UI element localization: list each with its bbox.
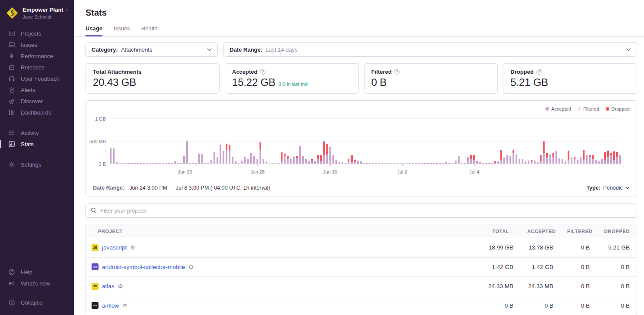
legend-item-dropped[interactable]: Dropped [606,106,630,112]
chart-bar-accepted [119,163,121,164]
chart-bar-accepted [223,151,224,164]
chart-bar-accepted [338,162,340,164]
chart-bar-accepted [409,163,411,164]
chart-bar-dropped [320,155,322,161]
chart-bar [326,144,328,164]
chart-bar [461,163,463,164]
chart-bar [241,161,243,164]
chart-xtick-mark [330,164,331,166]
chart-bar [568,151,569,164]
sidebar-item-what-s-new[interactable]: What's new [0,278,74,289]
chart-bar [308,161,310,164]
sidebar-item-help[interactable]: Help [0,266,74,278]
legend-item-filtered[interactable]: Filtered [578,106,599,112]
total-cell: 0 B [473,302,520,309]
sidebar-item-projects[interactable]: Projects [0,28,74,39]
tab-health[interactable]: Health [141,25,158,36]
chart-bar [559,158,560,164]
chart-type-select[interactable]: Type: Periodic [586,185,630,191]
chart-bar-accepted [427,163,429,164]
search-input[interactable] [100,207,632,214]
chart-bar [113,148,115,164]
daterange-select[interactable]: Date Range: Last 14 days [223,42,637,57]
sidebar-item-activity[interactable]: Activity [0,127,74,138]
sidebar-item-performance[interactable]: Performance [0,50,74,62]
chevron-down-icon [66,9,68,11]
chart-bar [580,157,582,164]
column-header-total[interactable]: TOTAL ↓ [473,229,520,234]
sidebar-item-collapse[interactable]: Collapse [0,297,74,308]
chart-bar-accepted [565,161,566,164]
accepted-cell: 13.78 GB [520,244,560,251]
sidebar-item-user-feedback[interactable]: User Feedback [0,73,74,84]
chart-bar-accepted [571,158,572,164]
chart-bar [525,161,526,164]
chart-bar [391,163,392,164]
sidebar-item-settings[interactable]: Settings [0,159,74,170]
chart-bar-accepted [290,159,292,164]
sidebar-nav: ProjectsIssuesPerformanceReleasesUser Fe… [0,20,74,170]
content: Category: Attachments Date Range: Last 1… [74,37,644,315]
info-icon[interactable]: ? [260,69,266,75]
sentry-logo-icon[interactable] [6,7,19,20]
project-settings-gear-icon[interactable]: ⚙ [118,283,123,289]
chart-bar-accepted [485,163,487,164]
chevron-down-icon [626,48,631,51]
chart-bar [607,151,609,164]
column-header-filtered[interactable]: FILTERED [560,229,597,234]
chart-bar [384,163,386,164]
info-icon[interactable]: ? [536,69,542,75]
chart-bar [165,163,167,164]
chart-bar-accepted [335,160,337,164]
chart-bar [192,163,194,164]
column-header-dropped[interactable]: DROPPED [597,229,637,234]
sidebar-item-discover[interactable]: Discover [0,95,74,107]
activity-icon [8,129,15,136]
project-settings-gear-icon[interactable]: ⚙ [188,264,194,270]
sidebar-item-issues[interactable]: Issues [0,39,74,50]
chart-bar-accepted [332,155,334,164]
org-switcher[interactable]: Empower Plant Jane Schmidt [0,6,74,20]
legend-item-accepted[interactable]: Accepted [545,106,571,112]
chart-bar [214,152,215,164]
stats-icon [8,141,15,148]
column-header-accepted[interactable]: ACCEPTED [520,229,560,234]
sidebar-item-label: Issues [21,42,37,48]
chart-bar-accepted [586,155,588,164]
project-link[interactable]: android-symbol-collector-mobile [102,264,185,270]
sidebar-item-alerts[interactable]: Alerts [0,84,74,95]
sidebar-item-releases[interactable]: Releases [0,62,74,73]
chart-bar-accepted [577,160,578,164]
info-icon[interactable]: ? [394,69,400,75]
chart-bar [272,163,273,164]
category-select[interactable]: Category: Attachments [85,42,218,57]
project-settings-gear-icon[interactable]: ⚙ [122,303,128,308]
org-name[interactable]: Empower Plant [23,7,68,13]
project-link[interactable]: airflow [102,302,119,309]
chart-bar [540,155,542,164]
chart-bar-accepted [540,161,542,164]
chart-bar-accepted [253,156,255,164]
project-settings-gear-icon[interactable]: ⚙ [130,245,135,250]
chart-bar [201,154,203,164]
stat-card-filtered: Filtered?0 B [364,63,498,94]
project-link[interactable]: atlas [102,283,115,289]
tab-usage[interactable]: Usage [85,25,102,36]
chart-ytick-label: 0 B [86,161,106,167]
chart-bar [293,157,295,164]
chart-bar [595,160,597,164]
project-search [85,203,637,218]
chart-xtick-mark [402,164,403,166]
usage-chart-panel: AcceptedFilteredDropped Jun 26Jun 28Jun … [85,100,637,197]
chart-bar [375,163,377,164]
sidebar-item-dashboards[interactable]: Dashboards [0,107,74,118]
chart-bar-accepted [143,163,145,164]
chart-bar [565,161,566,164]
chart-bar [448,163,450,164]
sidebar-item-stats[interactable]: Stats [0,138,74,150]
project-link[interactable]: javascript [102,244,127,251]
column-header-project[interactable]: PROJECT [86,229,473,234]
chart-bar [269,163,270,164]
chart-bar-accepted [302,156,304,164]
tab-issues[interactable]: Issues [114,25,130,36]
